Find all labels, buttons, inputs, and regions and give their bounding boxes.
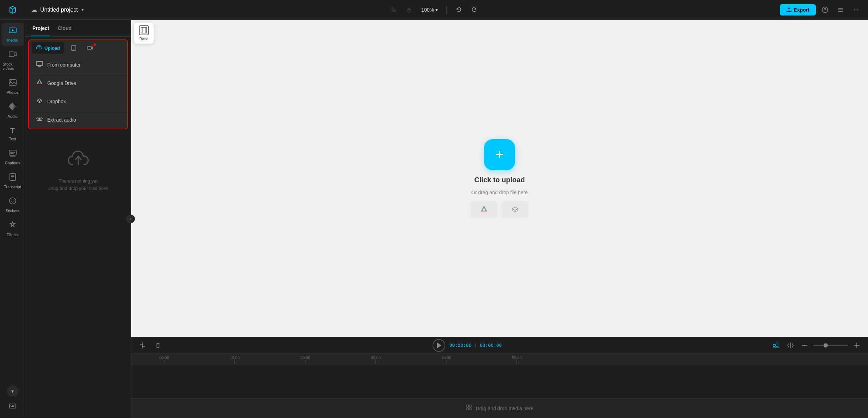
timeline-right-controls <box>771 340 862 351</box>
photos-label: Photos <box>6 90 18 94</box>
svg-rect-14 <box>10 155 15 156</box>
timeline-settings-btn[interactable] <box>771 340 782 351</box>
upload-tab-btn[interactable]: Upload <box>32 42 64 54</box>
upload-dropdown-container: Upload From computer <box>28 39 128 129</box>
dropbox-label: Dropbox <box>47 99 66 104</box>
panel: Project Cloud Upload <box>25 20 131 418</box>
delete-btn[interactable] <box>152 340 164 351</box>
svg-point-16 <box>10 198 16 204</box>
svg-rect-17 <box>10 404 16 408</box>
captions-icon <box>8 149 17 159</box>
svg-point-23 <box>73 49 74 50</box>
svg-rect-25 <box>36 61 43 66</box>
ruler-tick-1: 10:00 <box>230 356 240 363</box>
sidebar-item-audio[interactable]: Audio <box>1 99 24 122</box>
tab-cloud[interactable]: Cloud <box>56 20 73 36</box>
split-clip-btn[interactable] <box>785 340 796 351</box>
svg-rect-24 <box>87 47 91 49</box>
play-btn[interactable] <box>433 339 445 352</box>
svg-rect-34 <box>776 343 778 346</box>
zoom-slider[interactable] <box>813 345 848 346</box>
cloud-upload-empty-icon <box>66 146 91 173</box>
from-computer-item[interactable]: From computer <box>29 56 127 74</box>
redo-btn[interactable] <box>468 4 481 16</box>
sidebar-item-media[interactable]: Media <box>1 23 24 46</box>
extract-audio-item[interactable]: Extract audio <box>29 111 127 129</box>
video-tab-btn[interactable] <box>83 43 97 53</box>
sidebar-item-photos[interactable]: Photos <box>1 75 24 98</box>
text-icon: T <box>10 126 15 135</box>
expand-icon: ▾ <box>11 388 14 394</box>
from-computer-label: From computer <box>47 62 81 68</box>
drag-drop-media-area[interactable]: Drag and drop media here <box>131 398 868 418</box>
undo-btn[interactable] <box>452 4 465 16</box>
menu-btn[interactable] <box>834 4 847 16</box>
sidebar-item-effects[interactable]: Effects <box>1 217 24 240</box>
timeline-track-area: Drag and drop media here <box>131 365 868 418</box>
upload-text-main: Click to upload <box>474 176 525 184</box>
svg-rect-44 <box>466 408 469 410</box>
media-label: Media <box>7 38 18 42</box>
upload-text-sub: Or drag and drop file here <box>471 190 528 195</box>
more-btn[interactable] <box>850 4 862 16</box>
play-triangle-icon <box>437 343 441 348</box>
zoom-control[interactable]: 100% ▾ <box>418 6 441 14</box>
svg-rect-33 <box>773 344 775 346</box>
timeline-section: 00:00:00 | 00:00:00 <box>131 337 868 418</box>
toolbar-divider <box>446 6 447 14</box>
google-drive-item[interactable]: Google Drive <box>29 74 127 92</box>
zoom-out-btn[interactable] <box>799 340 810 351</box>
ruler-tick-3: 30:00 <box>371 356 381 363</box>
select-tool-btn[interactable] <box>387 4 400 16</box>
sidebar-item-text[interactable]: T Text <box>1 123 24 145</box>
upload-tab-row: Upload <box>29 40 127 56</box>
split-tool-btn[interactable] <box>137 340 148 351</box>
sidebar-item-captions[interactable]: Captions <box>1 145 24 168</box>
svg-rect-19 <box>12 405 13 406</box>
collapse-icon: ‹ <box>130 216 132 221</box>
canvas-content: + Click to upload Or drag and drop file … <box>131 20 868 337</box>
sidebar-item-stock-videos[interactable]: Stock videos <box>1 47 24 74</box>
zoom-value: 100% <box>421 7 434 13</box>
keyboard-shortcuts-btn[interactable] <box>6 400 19 412</box>
tab-project[interactable]: Project <box>31 20 50 36</box>
ruler-tick-2: 20:00 <box>300 356 310 363</box>
svg-rect-10 <box>9 52 14 57</box>
sidebar-item-transcript[interactable]: Transcript <box>1 169 24 192</box>
project-title-area[interactable]: ☁ Untitled project ▾ <box>31 6 84 14</box>
sidebar-item-stickers[interactable]: Stickers <box>1 193 24 216</box>
collapse-handle[interactable]: ‹ <box>127 215 135 223</box>
export-btn[interactable]: Export <box>780 4 816 16</box>
zoom-in-btn[interactable] <box>851 340 862 351</box>
tablet-tab-btn[interactable] <box>67 43 80 53</box>
svg-rect-21 <box>11 406 14 407</box>
google-drive-icon <box>36 79 43 87</box>
hand-tool-btn[interactable] <box>403 4 416 16</box>
ruler-tick-5: 50:00 <box>512 356 522 363</box>
upload-circle-btn[interactable]: + <box>484 139 515 170</box>
canvas-area: Ratio + Click to upload Or drag and drop… <box>131 20 868 337</box>
transcript-label: Transcript <box>4 185 21 189</box>
svg-rect-35 <box>773 347 780 348</box>
svg-rect-45 <box>469 408 471 410</box>
dropbox-item[interactable]: Dropbox <box>29 92 127 111</box>
help-btn[interactable] <box>819 4 831 16</box>
stock-videos-icon <box>8 50 17 61</box>
photos-icon <box>8 78 17 89</box>
sidebar-expand-btn[interactable]: ▾ <box>7 386 18 397</box>
svg-point-6 <box>854 9 855 10</box>
svg-rect-13 <box>9 150 16 155</box>
dropbox-upload-btn[interactable] <box>502 201 528 218</box>
svg-rect-18 <box>11 405 11 406</box>
panel-tabs: Project Cloud <box>25 20 131 37</box>
app-logo <box>6 3 20 17</box>
effects-icon <box>8 221 17 231</box>
transcript-icon <box>8 173 17 183</box>
top-bar: ☁ Untitled project ▾ 100% ▾ Export <box>0 0 868 20</box>
svg-point-8 <box>857 9 858 10</box>
top-bar-right: Export <box>780 4 862 16</box>
google-drive-label: Google Drive <box>47 80 76 86</box>
grid-icon <box>466 404 472 412</box>
svg-rect-3 <box>838 8 843 9</box>
google-drive-upload-btn[interactable] <box>471 201 497 218</box>
